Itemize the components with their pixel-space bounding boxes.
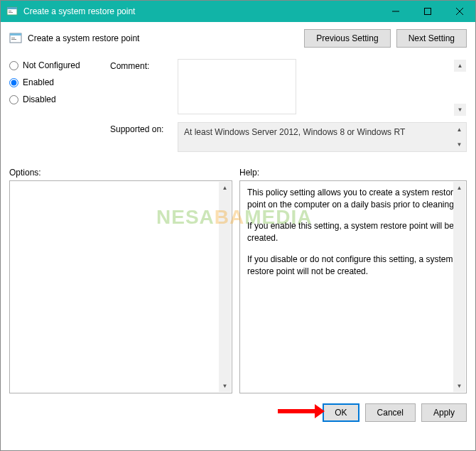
supported-on-text: At least Windows Server 2012, Windows 8 …: [184, 127, 405, 137]
close-button[interactable]: [443, 1, 475, 22]
svg-rect-11: [11, 39, 16, 40]
ok-button[interactable]: OK: [323, 403, 359, 422]
radio-disabled-label: Disabled: [23, 94, 56, 104]
svg-rect-1: [7, 7, 17, 9]
titlebar: Create a system restore point: [1, 1, 475, 22]
svg-rect-9: [10, 33, 21, 36]
supported-label: Supported on:: [110, 122, 178, 152]
scroll-up-icon[interactable]: ▲: [453, 182, 465, 194]
radio-not-configured[interactable]: Not Configured: [9, 60, 100, 70]
scroll-down-icon[interactable]: ▼: [453, 380, 465, 392]
policy-icon: [9, 32, 22, 45]
header-row: Create a system restore point Previous S…: [1, 22, 475, 53]
radio-enabled-input[interactable]: [9, 78, 18, 87]
help-text-3: If you disable or do not configure this …: [247, 254, 459, 278]
scroll-down-icon[interactable]: ▼: [453, 138, 465, 151]
policy-title: Create a system restore point: [28, 33, 304, 43]
maximize-button[interactable]: [411, 1, 443, 22]
radio-enabled-label: Enabled: [23, 77, 54, 87]
options-panel: ▲ ▼: [9, 180, 232, 393]
annotation-arrow: [278, 404, 325, 418]
next-setting-button[interactable]: Next Setting: [396, 29, 467, 48]
radio-enabled[interactable]: Enabled: [9, 77, 100, 87]
svg-rect-3: [9, 12, 13, 13]
comment-textarea[interactable]: [178, 59, 296, 114]
help-text-2: If you enable this setting, a system res…: [247, 220, 459, 245]
radio-disabled-input[interactable]: [9, 95, 18, 104]
scroll-up-icon[interactable]: ▲: [454, 60, 466, 72]
help-label: Help:: [239, 168, 259, 178]
app-icon: [6, 6, 18, 17]
window-title: Create a system restore point: [23, 6, 379, 16]
previous-setting-button[interactable]: Previous Setting: [304, 29, 390, 48]
scroll-up-icon[interactable]: ▲: [219, 182, 231, 194]
svg-rect-2: [9, 11, 11, 11]
radio-not-configured-input[interactable]: [9, 61, 18, 70]
scroll-down-icon[interactable]: ▼: [454, 104, 466, 116]
comment-label: Comment:: [110, 59, 178, 116]
cancel-button[interactable]: Cancel: [365, 403, 416, 422]
options-label: Options:: [9, 168, 239, 178]
apply-button[interactable]: Apply: [421, 403, 467, 422]
radio-disabled[interactable]: Disabled: [9, 94, 100, 104]
scroll-up-icon[interactable]: ▲: [453, 124, 465, 136]
help-text-1: This policy setting allows you to create…: [247, 187, 459, 212]
scroll-down-icon[interactable]: ▼: [219, 380, 231, 392]
supported-on-box: At least Windows Server 2012, Windows 8 …: [178, 122, 467, 152]
radio-not-configured-label: Not Configured: [23, 60, 80, 70]
help-panel: This policy setting allows you to create…: [239, 180, 467, 393]
svg-rect-5: [424, 9, 431, 15]
minimize-button[interactable]: [379, 1, 411, 22]
window-controls: [379, 1, 475, 22]
svg-rect-10: [11, 38, 15, 38]
